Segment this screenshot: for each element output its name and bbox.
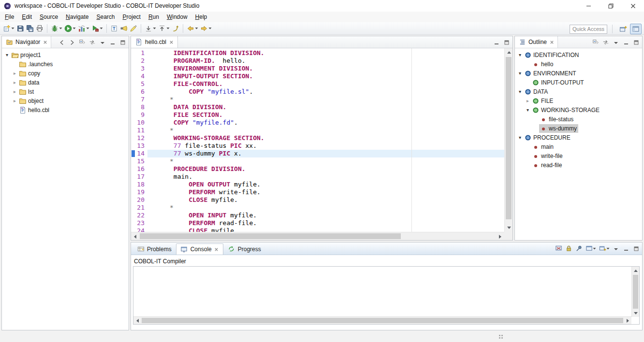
open-console-button[interactable] [598, 244, 610, 253]
code-editor[interactable]: 123456789101112131415161718192021222324 … [131, 48, 504, 232]
scrollbar-thumb[interactable] [633, 275, 638, 309]
code-area[interactable]: IDENTIFICATION DIVISION. PROGRAM-ID. hel… [147, 48, 504, 232]
maximize-button[interactable] [632, 244, 641, 253]
dropdown-arrow-icon[interactable] [195, 27, 198, 30]
outline-item-main[interactable]: main [515, 142, 642, 151]
code-line-2[interactable]: PROGRAM-ID. hello. [147, 57, 504, 65]
open-type-button[interactable] [109, 23, 119, 34]
outline-item-procedure[interactable]: ▾PROCEDURE [515, 133, 642, 142]
code-line-3[interactable]: ENVIRONMENT DIVISION. [147, 65, 504, 72]
menu-source[interactable]: Source [36, 12, 62, 22]
tab-problems[interactable]: Problems [133, 243, 176, 255]
outline-item-working-storage[interactable]: ▾WORKING-STORAGE [515, 105, 642, 114]
coverage-button[interactable] [77, 23, 90, 34]
menu-project[interactable]: Project [119, 12, 145, 22]
outline-item-data[interactable]: ▾DATA [515, 87, 642, 96]
expanded-arrow-icon[interactable]: ▾ [516, 135, 524, 140]
code-line-10[interactable]: COPY "myfile.fd". [147, 119, 504, 127]
scrollbar-thumb[interactable] [140, 233, 401, 239]
menu-navigate[interactable]: Navigate [62, 12, 92, 22]
collapsed-arrow-icon[interactable]: ▸ [11, 71, 18, 76]
editor-tab-hello-cbl[interactable]: hello.cbl [131, 36, 178, 48]
view-menu-button[interactable] [612, 38, 620, 47]
navigator-item-object[interactable]: ▸object [2, 96, 129, 105]
code-line-6[interactable]: COPY "myfile.sl". [147, 88, 504, 96]
link-editor-button[interactable] [88, 38, 97, 47]
external-tools-button[interactable] [90, 23, 104, 34]
console-vertical-scrollbar[interactable] [631, 267, 639, 317]
view-menu-button[interactable] [612, 244, 620, 253]
close-icon[interactable] [169, 38, 174, 46]
scroll-right-button[interactable] [496, 232, 504, 241]
dropdown-arrow-icon[interactable] [100, 27, 103, 30]
minimize-button[interactable] [492, 38, 501, 47]
code-line-4[interactable]: INPUT-OUTPUT SECTION. [147, 72, 504, 80]
navigator-item-launches[interactable]: .launches [2, 59, 129, 69]
quick-access-input[interactable]: Quick Access [570, 25, 607, 34]
collapsed-arrow-icon[interactable]: ▸ [11, 80, 18, 85]
next-annotation-button[interactable] [144, 23, 157, 34]
nav-back-button[interactable] [58, 38, 66, 47]
open-perspective-button[interactable] [617, 24, 629, 34]
menu-window[interactable]: Window [163, 12, 191, 22]
print-button[interactable] [35, 23, 44, 34]
pin-console-button[interactable] [574, 244, 583, 253]
scrollbar-thumb[interactable] [506, 57, 512, 219]
code-line-9[interactable]: FILE SECTION. [147, 111, 504, 119]
menu-search[interactable]: Search [92, 12, 118, 22]
outline-item-file[interactable]: ▸FILE [515, 96, 642, 105]
code-line-22[interactable]: OPEN INPUT myfile. [147, 212, 504, 219]
dropdown-arrow-icon[interactable] [153, 27, 156, 30]
navigator-item-data[interactable]: ▸data [2, 78, 129, 87]
line-number-gutter[interactable]: 123456789101112131415161718192021222324 [131, 48, 147, 232]
navigator-item-hello-cbl[interactable]: hello.cbl [2, 105, 129, 114]
minimize-button[interactable] [622, 244, 630, 253]
collapsed-arrow-icon[interactable]: ▸ [11, 98, 18, 103]
debug-button[interactable] [50, 23, 63, 34]
last-edit-location-button[interactable] [171, 23, 180, 34]
new-wizard-button[interactable] [2, 23, 15, 34]
collapsed-arrow-icon[interactable]: ▸ [11, 89, 18, 94]
code-line-16[interactable]: PROCEDURE DIVISION. [147, 165, 504, 173]
menu-help[interactable]: Help [191, 12, 211, 22]
code-line-13[interactable]: 77 file-status PIC xx. [147, 142, 504, 150]
collapsed-arrow-icon[interactable]: ▸ [524, 98, 531, 103]
code-line-24[interactable]: CLOSE myfile [147, 227, 504, 232]
tab-progress[interactable]: Progress [224, 243, 265, 255]
scroll-up-button[interactable] [505, 48, 513, 57]
expanded-arrow-icon[interactable]: ▾ [516, 71, 524, 76]
editor-horizontal-scrollbar[interactable] [131, 232, 504, 240]
expanded-arrow-icon[interactable]: ▾ [3, 52, 11, 57]
scroll-down-button[interactable] [505, 224, 513, 232]
minimize-button[interactable] [577, 0, 600, 12]
scroll-up-button[interactable] [632, 267, 640, 274]
expanded-arrow-icon[interactable]: ▾ [516, 89, 524, 94]
scroll-left-button[interactable] [133, 317, 141, 325]
scroll-right-button[interactable] [624, 317, 631, 325]
search-button[interactable] [119, 23, 129, 34]
navigator-tab[interactable]: Navigator [2, 36, 51, 48]
close-icon[interactable] [214, 245, 219, 253]
console-output-area[interactable] [133, 266, 640, 325]
forward-button[interactable] [199, 23, 213, 34]
code-line-21[interactable]: * [147, 204, 504, 212]
close-icon[interactable] [43, 38, 47, 46]
dropdown-arrow-icon[interactable] [166, 27, 170, 30]
dropdown-arrow-icon[interactable] [59, 27, 62, 30]
menu-run[interactable]: Run [145, 12, 163, 22]
code-line-23[interactable]: PERFORM read-file. [147, 219, 504, 227]
code-line-8[interactable]: DATA DIVISION. [147, 103, 504, 111]
save-all-button[interactable] [25, 23, 35, 34]
maximize-button[interactable] [118, 38, 127, 47]
dropdown-arrow-icon[interactable] [73, 27, 76, 30]
dropdown-arrow-icon[interactable] [606, 247, 610, 250]
collapse-all-button[interactable] [78, 38, 87, 47]
maximize-button[interactable] [632, 38, 641, 47]
outline-tab[interactable]: Outline [515, 36, 558, 48]
outline-item-file-status[interactable]: file-status [515, 114, 642, 124]
outline-item-read-file[interactable]: read-file [515, 160, 642, 170]
code-line-18[interactable]: OPEN OUTPUT myfile. [147, 181, 504, 188]
dropdown-arrow-icon[interactable] [11, 27, 15, 30]
code-line-19[interactable]: PERFORM write-file. [147, 188, 504, 196]
code-line-7[interactable]: * [147, 96, 504, 103]
